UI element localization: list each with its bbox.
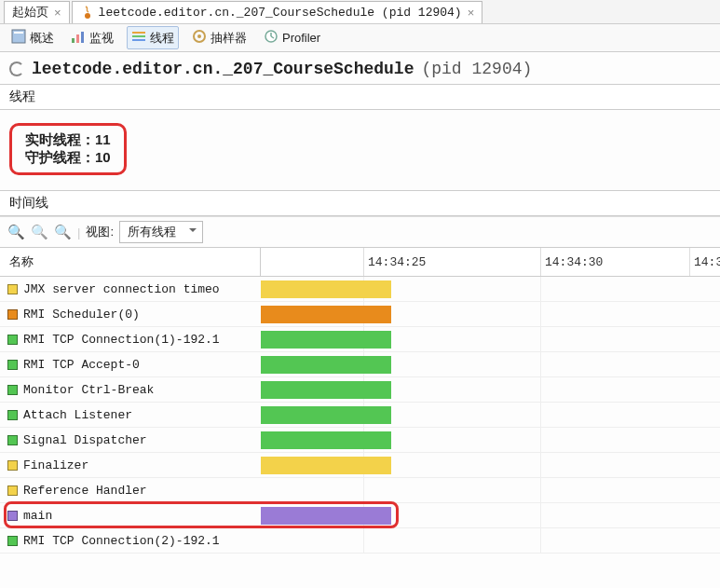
thread-name-cell: Monitor Ctrl-Break (0, 383, 261, 397)
zoom-out-icon[interactable]: 🔍 (31, 224, 48, 240)
live-threads-value: 11 (95, 131, 111, 147)
thread-color-swatch (7, 511, 18, 521)
thread-color-swatch (7, 435, 18, 445)
thread-bar-cell (261, 428, 720, 452)
thread-bar-cell (261, 277, 720, 301)
view-label: 视图: (86, 224, 114, 240)
tab-sampler-label: 抽样器 (211, 30, 247, 47)
java-icon (80, 5, 95, 20)
tab-monitor-label: 监视 (89, 30, 114, 47)
svg-point-10 (197, 34, 201, 38)
close-icon[interactable]: × (468, 6, 475, 20)
view-dropdown-value: 所有线程 (128, 224, 176, 240)
threads-icon (131, 29, 146, 47)
thread-row[interactable]: RMI TCP Connection(2)-192.1 (0, 528, 720, 554)
clock-icon (264, 29, 278, 47)
thread-row[interactable]: Reference Handler (0, 478, 720, 503)
tab-overview-label: 概述 (30, 30, 54, 47)
thread-bar-cell (261, 453, 720, 477)
thread-activity-bar (261, 381, 391, 399)
svg-rect-7 (132, 35, 145, 37)
thread-activity-bar (261, 280, 391, 298)
thread-color-swatch (7, 309, 18, 320)
thread-activity-bar (261, 331, 391, 349)
svg-rect-8 (132, 39, 145, 41)
thread-bar-cell (261, 302, 720, 326)
close-icon[interactable]: × (54, 6, 61, 20)
thread-name-cell: JMX server connection timeo (0, 282, 261, 296)
section-threads: 线程 (0, 84, 720, 110)
page-title: leetcode.editor.cn._207_CourseSchedule (32, 60, 414, 78)
thread-activity-bar (261, 406, 391, 424)
overview-icon (11, 29, 26, 47)
timeline-header: 名称 14:34:25 14:34:30 14:34 (0, 247, 720, 277)
thread-activity-bar (261, 457, 391, 474)
time-axis: 14:34:25 14:34:30 14:34 (261, 248, 720, 276)
thread-name-cell: RMI TCP Connection(1)-192.1 (0, 333, 261, 347)
thread-name: RMI Scheduler(0) (23, 308, 140, 321)
view-dropdown[interactable]: 所有线程 (119, 221, 203, 243)
thread-name: Signal Dispatcher (23, 433, 147, 447)
tab-profiler[interactable]: Profiler (260, 27, 324, 48)
thread-row[interactable]: RMI Scheduler(0) (0, 302, 720, 327)
tab-threads[interactable]: 线程 (127, 26, 179, 49)
thread-name-cell: RMI Scheduler(0) (0, 308, 261, 321)
daemon-threads-value: 10 (95, 149, 111, 165)
thread-name: Reference Handler (23, 484, 147, 498)
thread-name-cell: Finalizer (0, 458, 261, 472)
svg-point-0 (85, 13, 90, 19)
svg-rect-5 (81, 32, 84, 43)
svg-rect-3 (72, 38, 75, 43)
thread-color-swatch (7, 460, 18, 471)
zoom-fit-icon[interactable]: 🔍 (54, 224, 72, 240)
thread-name-cell: RMI TCP Accept-0 (0, 358, 261, 372)
tab-file-label: leetcode.editor.cn._207_CourseSchedule (… (99, 6, 462, 20)
thread-row[interactable]: JMX server connection timeo (0, 277, 720, 302)
thread-bar-cell (261, 327, 720, 351)
thread-name-cell: Reference Handler (0, 484, 261, 498)
thread-row[interactable]: Attach Listener (0, 403, 720, 428)
timeline-controls: 🔍 🔍 🔍 | 视图: 所有线程 (0, 216, 720, 247)
thread-color-swatch (7, 385, 18, 395)
thread-name-cell: Signal Dispatcher (0, 433, 261, 447)
thread-name: Finalizer (23, 458, 88, 472)
tab-threads-label: 线程 (150, 30, 174, 47)
thread-row[interactable]: RMI TCP Accept-0 (0, 352, 720, 377)
thread-bar-cell (261, 478, 720, 502)
zoom-in-icon[interactable]: 🔍 (7, 224, 25, 240)
thread-name: RMI TCP Accept-0 (23, 358, 140, 372)
file-tabs: 起始页 × leetcode.editor.cn._207_CourseSche… (0, 0, 720, 24)
thread-row[interactable]: main (0, 503, 720, 528)
thread-bar-cell (261, 503, 720, 527)
time-tick: 14:34:30 (540, 248, 603, 276)
thread-activity-bar (261, 356, 391, 374)
thread-row[interactable]: Signal Dispatcher (0, 428, 720, 453)
thread-activity-bar (261, 431, 391, 449)
tab-monitor[interactable]: 监视 (67, 27, 117, 48)
column-name: 名称 (0, 248, 261, 276)
svg-rect-6 (132, 32, 145, 34)
thread-name: RMI TCP Connection(1)-192.1 (23, 333, 220, 347)
thread-row[interactable]: Finalizer (0, 453, 720, 478)
thread-color-swatch (7, 536, 18, 546)
thread-row[interactable]: Monitor Ctrl-Break (0, 377, 720, 403)
thread-activity-bar (261, 507, 391, 525)
thread-color-swatch (7, 360, 18, 370)
tab-overview[interactable]: 概述 (7, 27, 58, 48)
thread-bar-cell (261, 403, 720, 427)
thread-bar-cell (261, 352, 720, 376)
svg-rect-2 (14, 32, 23, 34)
thread-name: Monitor Ctrl-Break (23, 383, 154, 397)
time-tick: 14:34:25 (363, 248, 426, 276)
thread-color-swatch (7, 335, 18, 345)
sampler-icon (192, 29, 207, 47)
tab-start[interactable]: 起始页 × (4, 1, 70, 23)
time-tick: 14:34 (689, 248, 720, 276)
thread-row[interactable]: RMI TCP Connection(1)-192.1 (0, 327, 720, 352)
monitor-icon (71, 29, 86, 47)
daemon-threads-label: 守护线程： (25, 149, 95, 165)
tab-sampler[interactable]: 抽样器 (188, 27, 251, 48)
tab-file[interactable]: leetcode.editor.cn._207_CourseSchedule (… (72, 1, 483, 23)
refresh-icon[interactable] (9, 62, 24, 76)
tab-start-label: 起始页 (12, 4, 48, 21)
